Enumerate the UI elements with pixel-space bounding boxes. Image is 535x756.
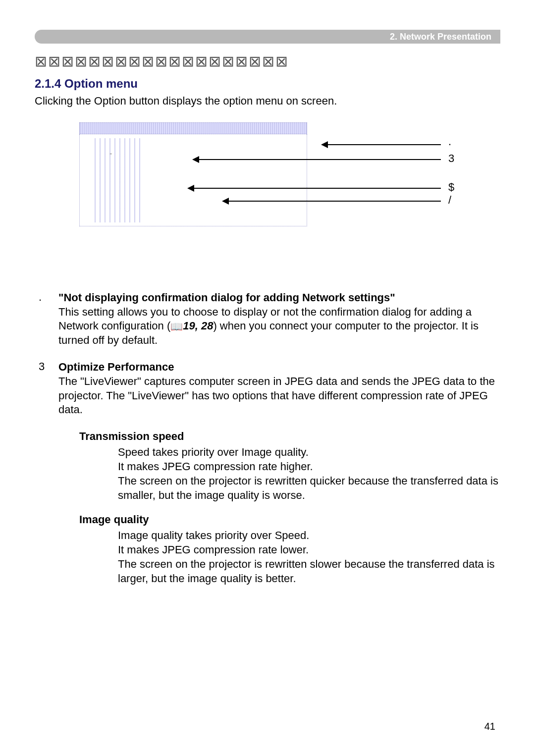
page-number: 41 — [484, 721, 495, 732]
callout-label-1: . — [448, 135, 451, 148]
callout-arrow-1 — [322, 144, 441, 145]
item-2-content: Optimize Performance The "LiveViewer" ca… — [58, 360, 500, 417]
item-1-content: "Not displaying confirmation dialog for … — [58, 291, 500, 347]
corrupt-heading: ⊠⊠⊠⊠⊠⊠⊠⊠⊠⊠⊠⊠⊠⊠⊠⊠⊠⊠⊠ — [35, 53, 500, 70]
callout-arrow-4 — [223, 201, 441, 202]
sub-speed-title: Transmission speed — [79, 430, 500, 443]
sub-quality-text: Image quality takes priority over Speed.… — [118, 528, 500, 586]
item-1-marker: . — [35, 291, 58, 347]
dash-mark: - — [109, 149, 112, 158]
callout-arrow-3 — [188, 188, 441, 189]
dialog-content-placeholder — [95, 138, 144, 222]
intro-text: Clicking the Option button displays the … — [35, 95, 500, 108]
sub-quality-title: Image quality — [79, 513, 500, 526]
option-menu-figure: - . 3 $ / — [79, 122, 456, 251]
sub-speed-text: Speed takes priority over Image quality.… — [118, 445, 500, 502]
item-2-body: The "LiveViewer" captures computer scree… — [58, 375, 495, 416]
dialog-panel: - — [79, 122, 307, 226]
breadcrumb: 2. Network Presentation — [390, 32, 491, 42]
item-1-title: "Not displaying confirmation dialog for … — [58, 291, 395, 304]
item-1-ref: 19, 28 — [183, 320, 213, 332]
callout-label-2: 3 — [448, 152, 454, 165]
item-2-marker: 3 — [35, 360, 58, 417]
sub-transmission-speed: Transmission speed Speed takes priority … — [79, 430, 500, 502]
callout-arrow-2 — [193, 159, 441, 160]
dialog-titlebar — [79, 122, 307, 134]
item-2-title: Optimize Performance — [58, 361, 174, 373]
callout-label-3: $ — [448, 181, 454, 194]
header-bar: 2. Network Presentation — [35, 30, 500, 44]
callout-label-4: / — [448, 194, 451, 207]
item-1: . "Not displaying confirmation dialog fo… — [35, 291, 500, 347]
item-2: 3 Optimize Performance The "LiveViewer" … — [35, 360, 500, 417]
dialog-body: - — [79, 134, 307, 226]
section-heading: 2.1.4 Option menu — [35, 77, 500, 91]
sub-image-quality: Image quality Image quality takes priori… — [79, 513, 500, 586]
book-icon: 📖 — [170, 320, 183, 333]
